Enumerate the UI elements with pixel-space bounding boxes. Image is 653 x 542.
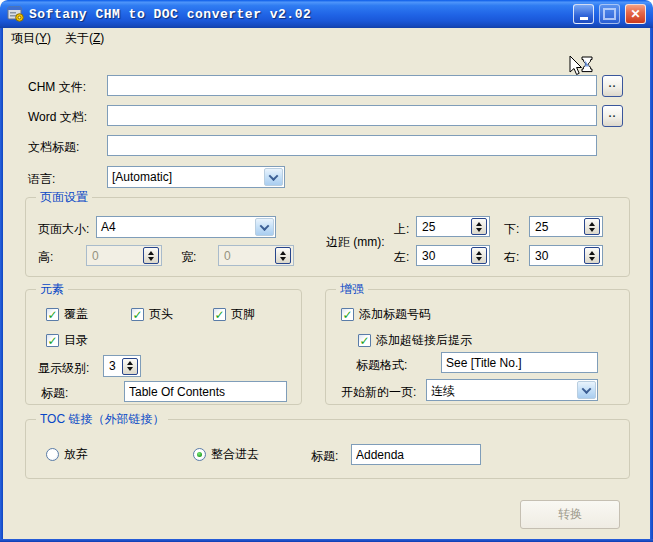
margin-right-spinner[interactable]: 30	[529, 245, 603, 266]
spin-up-icon	[127, 361, 133, 365]
checkmark-icon: ✓	[131, 308, 144, 321]
checkmark-icon: ✓	[46, 334, 59, 347]
margin-top-label: 上:	[394, 221, 409, 238]
enhance-group-title: 增强	[336, 281, 368, 298]
word-doc-label: Word 文档:	[28, 109, 87, 126]
page-setup-group-title: 页面设置	[36, 189, 92, 206]
page-size-select[interactable]: A4	[96, 216, 276, 238]
checkbox-add-hyperlink-tip[interactable]: ✓ 添加超链接后提示	[358, 332, 472, 349]
chm-file-input[interactable]	[107, 75, 597, 96]
spin-buttons[interactable]	[471, 218, 487, 235]
checkmark-icon: ✓	[341, 308, 354, 321]
title-format-input[interactable]	[441, 352, 598, 373]
spin-up-icon	[589, 222, 595, 226]
checkbox-toc[interactable]: ✓ 目录	[46, 332, 88, 349]
start-new-page-dropdown-button[interactable]	[577, 381, 596, 399]
radio-discard[interactable]: 放弃	[46, 446, 88, 463]
elements-group: 元素 ✓ 覆盖 ✓ 页头 ✓ 页脚 ✓ 目录 显示级别: 3 标题:	[25, 289, 302, 405]
checkbox-toc-label: 目录	[64, 332, 88, 349]
elements-group-title: 元素	[36, 281, 68, 298]
menu-label-part: 项目(	[11, 31, 39, 45]
margins-label: 边距 (mm):	[326, 234, 385, 251]
title-format-label: 标题格式:	[356, 357, 407, 374]
start-new-page-select[interactable]: 连续	[426, 379, 598, 401]
spin-buttons	[275, 247, 291, 264]
app-window: Softany CHM to DOC converter v2.02 ✕ 项目(…	[0, 0, 653, 542]
page-height-label: 高:	[38, 249, 53, 266]
spin-buttons[interactable]	[584, 218, 600, 235]
spin-buttons[interactable]	[122, 358, 138, 375]
enhance-group: 增强 ✓ 添加标题号码 ✓ 添加超链接后提示 标题格式: 开始新的一页: 连续	[325, 289, 630, 405]
toc-caption-input[interactable]	[351, 444, 481, 465]
convert-button[interactable]: 转换	[520, 500, 620, 529]
toc-title-input[interactable]	[124, 381, 287, 402]
close-button[interactable]: ✕	[625, 4, 646, 24]
close-icon: ✕	[630, 7, 640, 21]
menu-label-part: )	[100, 31, 104, 45]
checkmark-icon: ✓	[213, 308, 226, 321]
doc-title-label: 文档标题:	[28, 139, 79, 156]
checkbox-cover[interactable]: ✓ 覆盖	[46, 306, 88, 323]
maximize-button[interactable]	[599, 4, 620, 24]
margin-left-value: 30	[422, 249, 435, 263]
spin-up-icon	[589, 251, 595, 255]
page-setup-group: 页面设置 页面大小: A4 高: 0 宽: 0 边距 (mm): 上: 25 下…	[25, 197, 630, 277]
spin-up-icon	[476, 251, 482, 255]
display-level-value: 3	[109, 359, 116, 373]
margin-bottom-label: 下:	[504, 221, 519, 238]
margin-bottom-spinner[interactable]: 25	[529, 216, 603, 237]
language-label: 语言:	[28, 171, 55, 188]
menu-bar: 项目(Y) 关于(Z)	[3, 28, 650, 48]
page-size-value: A4	[97, 217, 254, 237]
toc-link-group-title: TOC 链接（外部链接）	[36, 411, 168, 428]
checkbox-page-footer[interactable]: ✓ 页脚	[213, 306, 255, 323]
margin-top-spinner[interactable]: 25	[416, 216, 490, 237]
spin-down-icon	[127, 367, 133, 371]
window-border-left	[0, 28, 3, 542]
doc-title-input[interactable]	[107, 135, 597, 156]
start-new-page-value: 连续	[427, 380, 576, 400]
word-browse-button[interactable]: ..	[602, 105, 623, 127]
page-height-spinner: 0	[86, 245, 162, 266]
checkbox-page-header[interactable]: ✓ 页头	[131, 306, 173, 323]
chm-file-label: CHM 文件:	[28, 79, 86, 96]
checkbox-page-header-label: 页头	[149, 306, 173, 323]
menu-label-part: 关于(	[65, 31, 93, 45]
spin-down-icon	[280, 257, 286, 261]
app-icon	[7, 6, 24, 22]
display-level-label: 显示级别:	[38, 360, 89, 377]
menu-item-project[interactable]: 项目(Y)	[5, 28, 59, 49]
margin-bottom-value: 25	[535, 220, 548, 234]
page-width-value: 0	[224, 249, 231, 263]
minimize-button[interactable]	[573, 4, 594, 24]
menu-item-about[interactable]: 关于(Z)	[59, 28, 112, 49]
language-dropdown-button[interactable]	[264, 168, 283, 186]
radio-integrate[interactable]: 整合进去	[193, 446, 259, 463]
display-level-spinner[interactable]: 3	[103, 355, 141, 377]
checkbox-page-footer-label: 页脚	[231, 306, 255, 323]
radio-integrate-label: 整合进去	[211, 446, 259, 463]
margin-left-spinner[interactable]: 30	[416, 245, 490, 266]
spin-buttons	[143, 247, 159, 264]
spin-buttons[interactable]	[471, 247, 487, 264]
language-select[interactable]: [Automatic]	[107, 166, 285, 188]
radio-discard-label: 放弃	[64, 446, 88, 463]
checkbox-add-title-number[interactable]: ✓ 添加标题号码	[341, 306, 431, 323]
spin-buttons[interactable]	[584, 247, 600, 264]
spin-up-icon	[148, 251, 154, 255]
page-size-label: 页面大小:	[38, 221, 89, 238]
margin-left-label: 左:	[394, 249, 409, 266]
radio-selected-icon	[193, 448, 206, 461]
chm-browse-button[interactable]: ..	[602, 75, 623, 97]
spin-down-icon	[476, 228, 482, 232]
word-doc-input[interactable]	[107, 105, 597, 126]
spin-up-icon	[476, 222, 482, 226]
page-size-dropdown-button[interactable]	[255, 218, 274, 236]
margin-right-value: 30	[535, 249, 548, 263]
toc-caption-label: 标题:	[311, 448, 338, 465]
checkmark-icon: ✓	[358, 334, 371, 347]
minimize-icon	[580, 17, 588, 20]
maximize-icon	[603, 8, 616, 20]
checkbox-cover-label: 覆盖	[64, 306, 88, 323]
checkbox-add-title-number-label: 添加标题号码	[359, 306, 431, 323]
